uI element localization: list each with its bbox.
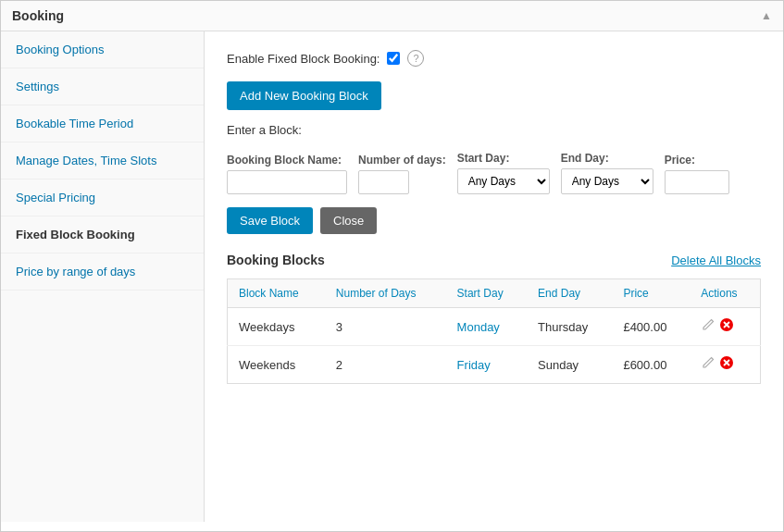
col-header-start-day: Start Day — [446, 279, 527, 308]
blocks-title: Booking Blocks — [227, 253, 325, 267]
price-cell: £600.00 — [612, 346, 690, 384]
sidebar-item-price-range-of-days[interactable]: Price by range of days — [1, 254, 204, 291]
close-button[interactable]: Close — [320, 207, 377, 234]
block-name-col: Booking Block Name: — [227, 154, 347, 194]
num-days-input[interactable] — [358, 170, 409, 194]
col-header-end-day: End Day — [527, 279, 612, 308]
sidebar-item-special-pricing[interactable]: Special Pricing — [1, 179, 204, 217]
num-days-cell: 3 — [325, 308, 446, 346]
sidebar: Booking OptionsSettingsBookable Time Per… — [1, 31, 205, 522]
end-day-cell: Sunday — [527, 346, 612, 384]
table-body: Weekdays3MondayThursday£400.00Weekends2F… — [228, 308, 761, 384]
block-name-cell: Weekends — [228, 346, 325, 384]
table-row: Weekends2FridaySunday£600.00 — [228, 346, 761, 384]
actions-cell — [690, 308, 760, 346]
sidebar-item-fixed-block-booking: Fixed Block Booking — [1, 217, 204, 254]
enter-block-label: Enter a Block: — [227, 123, 761, 137]
num-days-label: Number of days: — [358, 154, 446, 167]
start-day-label: Start Day: — [457, 152, 550, 165]
price-input[interactable] — [665, 170, 729, 194]
price-cell: £400.00 — [612, 308, 690, 346]
start-day-select[interactable]: Any DaysMondayTuesdayWednesdayThursdayFr… — [457, 168, 550, 194]
num-days-cell: 2 — [325, 346, 446, 384]
end-day-cell: Thursday — [527, 308, 612, 346]
add-new-booking-block-button[interactable]: Add New Booking Block — [227, 81, 381, 110]
sidebar-item-manage-dates-time-slots[interactable]: Manage Dates, Time Slots — [1, 142, 204, 179]
window-title: Booking — [12, 8, 64, 23]
price-label: Price: — [665, 154, 729, 167]
main-layout: Booking OptionsSettingsBookable Time Per… — [1, 31, 783, 522]
sidebar-item-booking-options[interactable]: Booking Options — [1, 31, 204, 68]
end-day-label: End Day: — [561, 152, 653, 165]
blocks-table: Block NameNumber of DaysStart DayEnd Day… — [227, 278, 761, 384]
price-col: Price: — [665, 154, 729, 194]
num-days-col: Number of days: — [358, 154, 446, 194]
col-header-actions: Actions — [690, 279, 760, 308]
save-block-button[interactable]: Save Block — [227, 207, 313, 234]
booking-window: Booking ▲ Booking OptionsSettingsBookabl… — [0, 0, 784, 532]
table-row: Weekdays3MondayThursday£400.00 — [228, 308, 761, 346]
blocks-header: Booking Blocks Delete All Blocks — [227, 253, 761, 267]
end-day-col: End Day: Any DaysMondayTuesdayWednesdayT… — [561, 152, 653, 194]
table-header-row: Block NameNumber of DaysStart DayEnd Day… — [228, 279, 761, 308]
collapse-icon[interactable]: ▲ — [761, 9, 772, 22]
booking-form-row: Booking Block Name: Number of days: Star… — [227, 152, 761, 194]
col-header-num-days: Number of Days — [325, 279, 446, 308]
start-day-cell: Friday — [446, 346, 527, 384]
sidebar-item-bookable-time-period[interactable]: Bookable Time Period — [1, 105, 204, 142]
end-day-select[interactable]: Any DaysMondayTuesdayWednesdayThursdayFr… — [561, 168, 653, 194]
content-area: Enable Fixed Block Booking: ? Add New Bo… — [205, 31, 783, 522]
block-name-input[interactable] — [227, 170, 347, 194]
start-day-cell: Monday — [446, 308, 527, 346]
actions-cell — [690, 346, 760, 384]
enable-row: Enable Fixed Block Booking: ? — [227, 50, 761, 67]
edit-block-button[interactable] — [701, 319, 716, 335]
sidebar-item-settings[interactable]: Settings — [1, 68, 204, 105]
help-icon[interactable]: ? — [407, 50, 424, 67]
col-header-block-name: Block Name — [228, 279, 325, 308]
form-button-row: Save Block Close — [227, 207, 761, 234]
delete-block-button[interactable] — [719, 357, 734, 373]
edit-block-button[interactable] — [701, 357, 716, 373]
delete-all-blocks-link[interactable]: Delete All Blocks — [671, 254, 761, 267]
block-name-label: Booking Block Name: — [227, 154, 347, 167]
start-day-col: Start Day: Any DaysMondayTuesdayWednesda… — [457, 152, 550, 194]
titlebar: Booking ▲ — [1, 1, 783, 31]
enable-label: Enable Fixed Block Booking: — [227, 52, 380, 66]
block-name-cell: Weekdays — [228, 308, 325, 346]
table-head: Block NameNumber of DaysStart DayEnd Day… — [228, 279, 761, 308]
col-header-price: Price — [612, 279, 690, 308]
delete-block-button[interactable] — [719, 319, 734, 335]
enable-checkbox[interactable] — [387, 52, 400, 65]
